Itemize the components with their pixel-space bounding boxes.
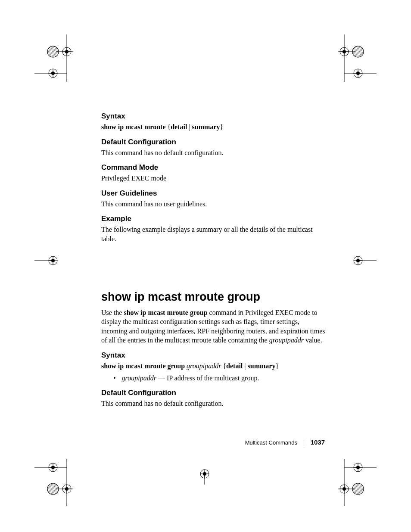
footer-separator: | (303, 439, 305, 446)
svg-point-3 (47, 46, 59, 57)
crop-mark-bottom-right (338, 459, 377, 506)
svg-point-23 (356, 72, 360, 75)
page-content: Syntax show ip mcast mroute {detail | su… (101, 112, 325, 410)
user-guidelines-heading: User Guidelines (101, 189, 325, 198)
svg-point-30 (354, 256, 362, 265)
svg-point-4 (62, 47, 71, 56)
svg-point-58 (352, 483, 364, 495)
svg-point-25 (49, 256, 57, 265)
syntax-bullet: • groupipaddr — IP address of the multic… (113, 373, 325, 383)
svg-point-35 (200, 470, 209, 478)
svg-point-47 (49, 463, 57, 472)
crop-mark-mid-right (351, 250, 377, 271)
bullet-icon: • (113, 373, 116, 383)
example-text: The following example displays a summary… (101, 225, 325, 243)
command-mode-text: Privileged EXEC mode (101, 174, 325, 183)
svg-point-62 (356, 466, 360, 469)
syntax-command-2: show ip mcast mroute group groupipaddr {… (101, 361, 325, 371)
svg-point-50 (51, 466, 55, 469)
default-config-text-2: This command has no default configuratio… (101, 399, 325, 408)
svg-point-44 (65, 487, 68, 491)
default-config-heading-1: Default Configuration (101, 138, 325, 146)
svg-point-20 (354, 69, 362, 78)
svg-point-2 (47, 46, 59, 57)
command-intro: Use the show ip mcast mroute group comma… (101, 308, 325, 345)
syntax-heading-1: Syntax (101, 112, 325, 121)
svg-point-33 (356, 259, 360, 262)
footer-page-number: 1037 (311, 439, 325, 446)
svg-point-53 (340, 485, 349, 493)
syntax-heading-2: Syntax (101, 351, 325, 360)
footer-section-title: Multicast Commands (245, 439, 297, 446)
svg-point-28 (51, 259, 55, 262)
syntax-command-1: show ip mcast mroute {detail | summary} (101, 122, 325, 132)
page-footer: Multicast Commands | 1037 (245, 439, 325, 446)
default-config-heading-2: Default Configuration (101, 389, 325, 397)
svg-point-41 (62, 485, 71, 493)
crop-mark-mid-left (34, 250, 60, 271)
command-title: show ip mcast mroute group (101, 290, 325, 304)
svg-point-56 (342, 487, 346, 491)
crop-mark-bottom-left (34, 459, 73, 506)
svg-point-15 (352, 46, 364, 57)
svg-point-11 (51, 72, 55, 75)
svg-point-59 (354, 463, 362, 472)
crop-mark-top-right (338, 34, 377, 82)
svg-point-7 (65, 50, 68, 53)
svg-point-16 (340, 47, 349, 56)
example-heading: Example (101, 215, 325, 223)
svg-point-8 (49, 69, 57, 78)
cmd-bold-1: show ip mcast mroute (101, 123, 165, 131)
command-mode-heading: Command Mode (101, 163, 325, 172)
crop-mark-top-left (34, 34, 73, 82)
user-guidelines-text: This command has no user guidelines. (101, 199, 325, 209)
svg-point-38 (203, 472, 206, 476)
svg-point-19 (342, 50, 346, 53)
default-config-text-1: This command has no default configuratio… (101, 148, 325, 158)
crop-mark-bottom-center (192, 463, 218, 485)
svg-point-46 (47, 483, 59, 495)
